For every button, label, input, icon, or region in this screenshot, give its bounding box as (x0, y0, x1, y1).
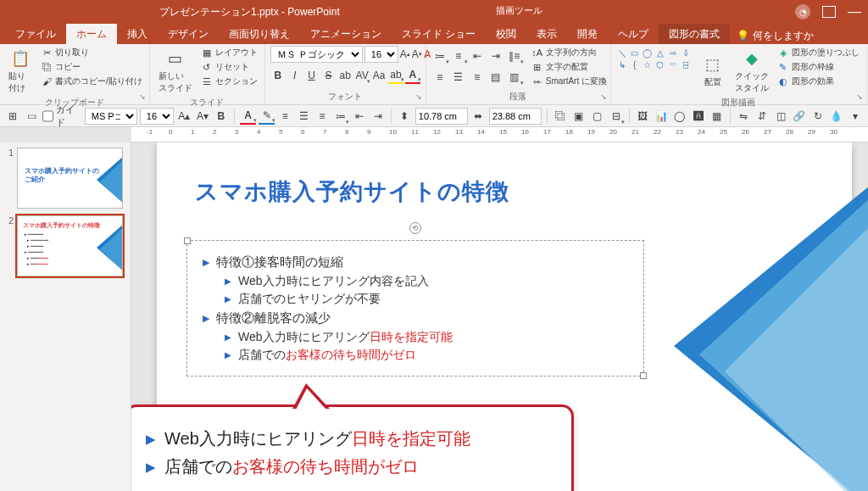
qat-crop[interactable]: ◫ (773, 108, 789, 125)
qat-eyedrop[interactable]: 💧 (828, 108, 844, 125)
arrange-button[interactable]: ⬚配置 (698, 46, 728, 96)
qat-table[interactable]: ▦ (709, 108, 725, 125)
font-size-select[interactable]: 16 (364, 46, 398, 63)
shape-elbow-icon[interactable]: ↳ (616, 59, 628, 70)
tab-file[interactable]: ファイル (5, 24, 66, 44)
bullet-l1[interactable]: 特徴①接客時間の短縮 (203, 254, 628, 271)
highlight-button[interactable]: ab (388, 67, 403, 84)
shape-can-icon[interactable]: ⌸ (680, 59, 692, 70)
bullet-l2[interactable]: Web入力時にヒアリング内容を記入 (225, 274, 628, 289)
dialog-launcher-icon[interactable]: ↘ (854, 92, 865, 103)
shape-effects-button[interactable]: ◐図形の効果 (776, 75, 861, 88)
align-right-button[interactable]: ≡ (469, 69, 486, 86)
tab-home[interactable]: ホーム (66, 24, 117, 44)
slide-canvas[interactable]: スマホ購入予約サイトの特徴 ⟲ 特徴①接客時間の短縮 Web入力時にヒアリング内… (131, 142, 868, 491)
paste-button[interactable]: 📋貼り付け (5, 46, 36, 96)
shape-arrow-icon[interactable]: ⇨ (667, 47, 679, 59)
shape-hex-icon[interactable]: ⬡ (654, 59, 666, 70)
increase-indent-button[interactable]: ⇥ (487, 47, 504, 64)
bold-button[interactable]: B (270, 67, 286, 84)
qat-align-left[interactable]: ≡ (277, 108, 293, 125)
numbering-button[interactable]: ≡ (450, 47, 467, 64)
qat-bold[interactable]: B (213, 108, 229, 125)
shapes-gallery[interactable]: ＼▭◯△⇨⇩ ↳{☆⬡⌔⌸ (616, 46, 694, 96)
bullet-l2[interactable]: 店舗でのお客様の待ち時間がゼロ (225, 348, 628, 363)
shape-tri-icon[interactable]: △ (654, 47, 666, 59)
tab-design[interactable]: デザイン (158, 24, 219, 44)
font-color-button[interactable]: A (405, 67, 420, 84)
thumbnail-2[interactable]: 2 スマホ購入予約サイトの特徴 ▸ ━━━━━━ ▸ ━━━━━━━ ▸ ━━━… (5, 215, 125, 276)
qat-font-color[interactable]: A (240, 108, 256, 125)
tab-slideshow[interactable]: スライド ショー (392, 24, 486, 44)
shape-height-input[interactable] (415, 108, 468, 125)
grow-font-button[interactable]: A▴ (400, 46, 410, 63)
shape-oval-icon[interactable]: ◯ (642, 47, 654, 59)
qat-align-obj[interactable]: ⊟ (608, 108, 624, 125)
section-button[interactable]: ☰セクション (199, 75, 259, 88)
qat-shrink-font[interactable]: A▾ (195, 108, 211, 125)
line-spacing-button[interactable]: ‖≡ (506, 47, 523, 64)
dialog-launcher-icon[interactable]: ↘ (137, 92, 147, 103)
shape-line-icon[interactable]: ＼ (616, 47, 628, 59)
align-left-button[interactable]: ≡ (431, 69, 448, 86)
bullet-l2[interactable]: 店舗でのヒヤリングが不要 (225, 292, 628, 307)
text-direction-button[interactable]: ↕A文字列の方向 (530, 46, 609, 59)
dialog-launcher-icon[interactable]: ↘ (598, 92, 609, 103)
tab-insert[interactable]: 挿入 (117, 24, 158, 44)
qat-link[interactable]: 🔗 (792, 108, 808, 125)
qat-outdent[interactable]: ⇤ (351, 108, 367, 125)
bullets-button[interactable]: ≔ (431, 47, 448, 64)
tab-transitions[interactable]: 画面切り替え (219, 24, 300, 44)
qat-textbox[interactable]: 🅰 (690, 108, 706, 125)
cut-button[interactable]: ✂切り取り (39, 46, 144, 59)
shrink-font-button[interactable]: A▾ (412, 46, 422, 63)
italic-button[interactable]: I (287, 67, 303, 84)
qat-chart[interactable]: 📊 (654, 108, 670, 125)
qat-bullets[interactable]: ≔ (332, 108, 348, 125)
font-name-select[interactable]: ＭＳ Ｐゴシック (270, 46, 363, 63)
tab-view[interactable]: 表示 (526, 24, 567, 44)
qat-more[interactable]: ▾ (847, 108, 863, 125)
tab-help[interactable]: ヘルプ (608, 24, 659, 44)
smartart-button[interactable]: ⬰SmartArt に変換 (530, 75, 609, 88)
shape-rect-icon[interactable]: ▭ (629, 47, 641, 59)
qat-ruler-icon[interactable]: ▭ (24, 108, 40, 125)
rotate-handle-icon[interactable]: ⟲ (409, 222, 421, 234)
qat-back-icon[interactable]: ▢ (589, 108, 605, 125)
layout-button[interactable]: ▦レイアウト (199, 46, 259, 59)
qat-flip-v[interactable]: ⇵ (754, 108, 771, 125)
shape-brace-icon[interactable]: { (629, 59, 641, 70)
dialog-launcher-icon[interactable]: ↘ (414, 92, 424, 103)
format-painter-button[interactable]: 🖌書式のコピー/貼り付け (39, 75, 144, 88)
qat-insert-pic[interactable]: 🖼 (635, 108, 651, 125)
shape-star-icon[interactable]: ☆ (642, 59, 654, 70)
account-icon[interactable]: ◔ (795, 4, 810, 20)
tell-me[interactable]: 💡何をしますか (730, 24, 821, 44)
shadow-button[interactable]: ab (337, 67, 353, 84)
qat-flip-h[interactable]: ⇋ (736, 108, 752, 125)
minimize-icon[interactable]: — (848, 4, 861, 20)
qat-shape-outline[interactable]: ✎ (259, 108, 275, 125)
columns-button[interactable]: ▥ (506, 69, 523, 86)
decrease-indent-button[interactable]: ⇤ (469, 47, 486, 64)
ribbon-display-icon[interactable] (822, 6, 836, 18)
qat-grow-font[interactable]: A▴ (176, 108, 192, 125)
tab-animations[interactable]: アニメーション (300, 24, 392, 44)
quick-styles-button[interactable]: ◆クイック スタイル (732, 46, 772, 96)
qat-front-icon[interactable]: ▣ (570, 108, 587, 125)
qat-rotate[interactable]: ↻ (810, 108, 826, 125)
qat-align-center[interactable]: ☰ (296, 108, 312, 125)
shape-callout-icon[interactable]: ⌔ (667, 59, 679, 70)
align-text-button[interactable]: ⊞文字の配置 (530, 60, 609, 74)
change-case-button[interactable]: Aa (371, 67, 387, 84)
bullet-l2[interactable]: Web入力時にヒアリング日時を指定可能 (225, 330, 628, 345)
slide-title[interactable]: スマホ購入予約サイトの特徴 (195, 176, 509, 207)
qat-group-icon[interactable]: ⿻ (553, 108, 569, 125)
justify-button[interactable]: ▤ (487, 69, 504, 86)
horizontal-ruler[interactable]: -101234567891011121314151617181920212223… (131, 127, 868, 142)
align-center-button[interactable]: ☰ (450, 69, 467, 86)
shape-fill-button[interactable]: ◈図形の塗りつぶし (776, 46, 861, 59)
qat-grid-icon[interactable]: ⊞ (5, 108, 21, 125)
shape-width-input[interactable] (489, 108, 542, 125)
tab-shape-format[interactable]: 図形の書式 (659, 24, 730, 44)
